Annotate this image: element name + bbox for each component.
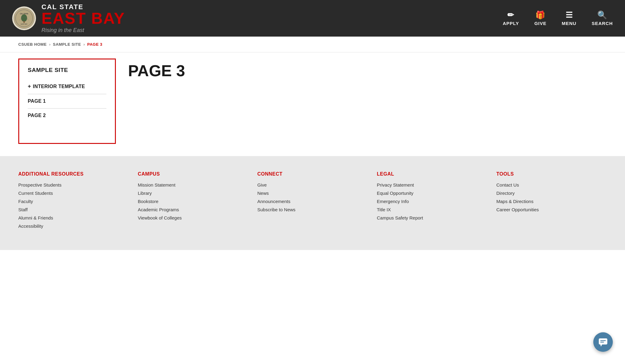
give-button[interactable]: 🎁 GIVE bbox=[534, 11, 547, 26]
footer-col-tools: TOOLS Contact Us Directory Maps & Direct… bbox=[496, 171, 607, 232]
search-button[interactable]: 🔍 SEARCH bbox=[592, 11, 613, 26]
logo-text: CAL STATE EAST BAY Rising in the East bbox=[41, 4, 125, 33]
breadcrumb-current: PAGE 3 bbox=[87, 42, 102, 47]
footer-col-connect: CONNECT Give News Announcements Subscrib… bbox=[257, 171, 368, 232]
footer-link-accessibility[interactable]: Accessibility bbox=[18, 223, 129, 229]
footer-link-subscribe[interactable]: Subscribe to News bbox=[257, 207, 368, 212]
footer-col-title-campus: CAMPUS bbox=[138, 171, 248, 177]
footer-link-faculty[interactable]: Faculty bbox=[18, 199, 129, 204]
breadcrumb-bar: CSUEB HOME › SAMPLE SITE › PAGE 3 bbox=[0, 37, 625, 52]
give-label: GIVE bbox=[534, 21, 547, 26]
footer-col-title-tools: TOOLS bbox=[496, 171, 607, 177]
footer-link-bookstore[interactable]: Bookstore bbox=[138, 199, 248, 204]
footer-link-directory[interactable]: Directory bbox=[496, 191, 607, 196]
menu-button[interactable]: ☰ MENU bbox=[562, 11, 576, 26]
east-bay-text: EAST BAY bbox=[41, 10, 125, 26]
logo-area: CAL STATE EAST BAY CAL STATE EAST BAY Ri… bbox=[12, 4, 125, 33]
tagline-text: Rising in the East bbox=[41, 27, 125, 33]
search-label: SEARCH bbox=[592, 21, 613, 26]
apply-button[interactable]: ✏ APPLY bbox=[503, 11, 519, 26]
header: CAL STATE EAST BAY CAL STATE EAST BAY Ri… bbox=[0, 0, 625, 37]
page-content: PAGE 3 bbox=[128, 59, 607, 144]
footer-link-mission[interactable]: Mission Statement bbox=[138, 182, 248, 187]
footer-col-title-additional: ADDITIONAL RESOURCES bbox=[18, 171, 129, 177]
footer-col-additional-resources: ADDITIONAL RESOURCES Prospective Student… bbox=[18, 171, 129, 232]
apply-label: APPLY bbox=[503, 21, 519, 26]
footer-link-title-ix[interactable]: Title IX bbox=[377, 207, 487, 212]
sidebar-item-interior-label: INTERIOR TEMPLATE bbox=[33, 84, 85, 89]
breadcrumb-sep-1: › bbox=[49, 42, 50, 47]
footer-link-maps[interactable]: Maps & Directions bbox=[496, 199, 607, 204]
svg-text:EAST BAY: EAST BAY bbox=[21, 23, 27, 25]
footer-link-privacy[interactable]: Privacy Statement bbox=[377, 182, 487, 187]
sidebar: SAMPLE SITE + INTERIOR TEMPLATE PAGE 1 P… bbox=[18, 59, 116, 144]
university-seal: CAL STATE EAST BAY bbox=[12, 6, 36, 30]
footer-link-prospective[interactable]: Prospective Students bbox=[18, 182, 129, 187]
svg-point-4 bbox=[21, 14, 27, 22]
breadcrumb-sample-site[interactable]: SAMPLE SITE bbox=[53, 42, 81, 47]
plus-icon: + bbox=[28, 83, 31, 90]
menu-label: MENU bbox=[562, 21, 576, 26]
sidebar-title: SAMPLE SITE bbox=[28, 67, 106, 73]
footer-link-emergency[interactable]: Emergency Info bbox=[377, 199, 487, 204]
page-title: PAGE 3 bbox=[128, 62, 607, 80]
breadcrumb-sep-2: › bbox=[84, 42, 85, 47]
footer-link-academic[interactable]: Academic Programs bbox=[138, 207, 248, 212]
footer-col-legal: LEGAL Privacy Statement Equal Opportunit… bbox=[377, 171, 487, 232]
breadcrumb: CSUEB HOME › SAMPLE SITE › PAGE 3 bbox=[18, 42, 607, 47]
svg-rect-5 bbox=[23, 21, 25, 23]
sidebar-item-page1-label: PAGE 1 bbox=[28, 98, 46, 104]
apply-icon: ✏ bbox=[507, 11, 514, 19]
footer: ADDITIONAL RESOURCES Prospective Student… bbox=[0, 156, 625, 250]
give-icon: 🎁 bbox=[535, 11, 545, 19]
footer-link-contact[interactable]: Contact Us bbox=[496, 182, 607, 187]
sidebar-item-page1[interactable]: PAGE 1 bbox=[28, 94, 106, 108]
footer-link-give[interactable]: Give bbox=[257, 182, 368, 187]
footer-col-title-legal: LEGAL bbox=[377, 171, 487, 177]
sidebar-item-page2-label: PAGE 2 bbox=[28, 113, 46, 118]
footer-link-library[interactable]: Library bbox=[138, 191, 248, 196]
footer-link-career[interactable]: Career Opportunities bbox=[496, 207, 607, 212]
main-content: SAMPLE SITE + INTERIOR TEMPLATE PAGE 1 P… bbox=[0, 52, 625, 156]
footer-col-campus: CAMPUS Mission Statement Library Booksto… bbox=[138, 171, 248, 232]
footer-link-alumni[interactable]: Alumni & Friends bbox=[18, 215, 129, 220]
header-navigation: ✏ APPLY 🎁 GIVE ☰ MENU 🔍 SEARCH bbox=[503, 11, 613, 26]
footer-link-campus-safety[interactable]: Campus Safety Report bbox=[377, 215, 487, 220]
sidebar-item-page2[interactable]: PAGE 2 bbox=[28, 108, 106, 123]
search-icon: 🔍 bbox=[597, 11, 607, 19]
sidebar-item-interior-template[interactable]: + INTERIOR TEMPLATE bbox=[28, 79, 106, 94]
footer-link-announcements[interactable]: Announcements bbox=[257, 199, 368, 204]
footer-link-current[interactable]: Current Students bbox=[18, 191, 129, 196]
footer-link-staff[interactable]: Staff bbox=[18, 207, 129, 212]
footer-link-equal-opportunity[interactable]: Equal Opportunity bbox=[377, 191, 487, 196]
footer-col-title-connect: CONNECT bbox=[257, 171, 368, 177]
footer-grid: ADDITIONAL RESOURCES Prospective Student… bbox=[18, 171, 607, 232]
footer-link-viewbook[interactable]: Viewbook of Colleges bbox=[138, 215, 248, 220]
footer-link-news[interactable]: News bbox=[257, 191, 368, 196]
breadcrumb-home[interactable]: CSUEB HOME bbox=[18, 42, 47, 47]
menu-icon: ☰ bbox=[566, 11, 573, 19]
